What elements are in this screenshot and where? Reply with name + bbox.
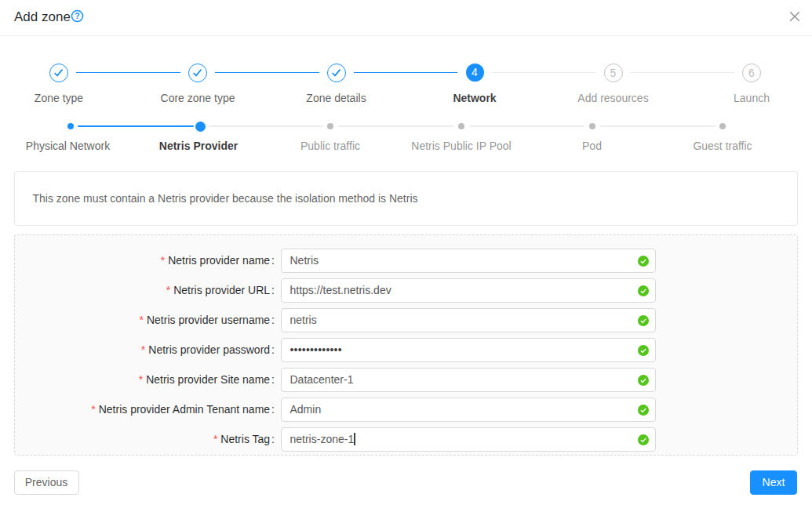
svg-text:?: ? xyxy=(75,11,79,20)
